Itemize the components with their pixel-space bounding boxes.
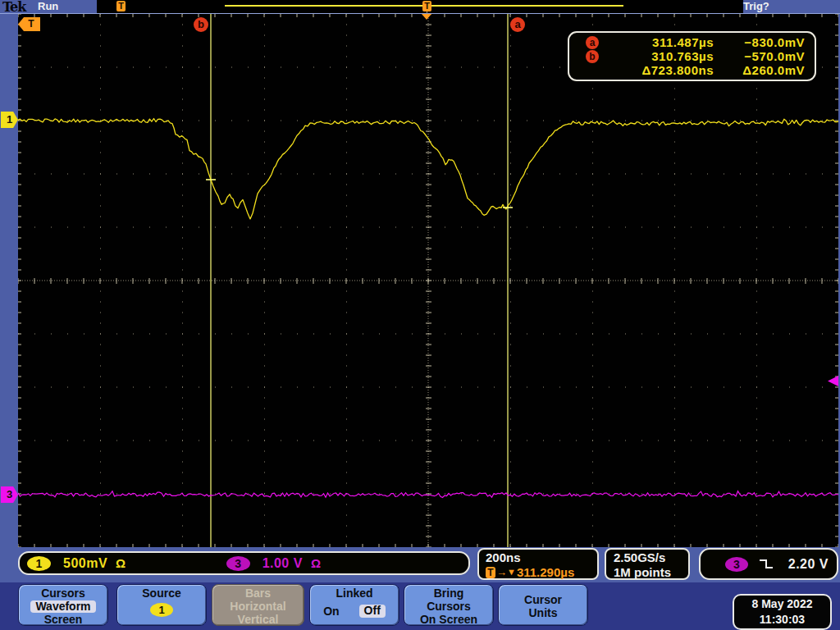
source-channel-badge: 1: [150, 603, 173, 617]
cursor-b-badge[interactable]: b: [194, 17, 208, 32]
record-view-strip: T T: [97, 0, 743, 13]
button-line: Units: [499, 606, 587, 619]
cursor-delta-volt: Δ260.0mV: [714, 63, 805, 77]
ch3-scale: 1.00 V: [262, 556, 303, 571]
trigger-level-value: 2.20 V: [788, 557, 829, 572]
cursor-units-button[interactable]: Cursor Units: [498, 584, 588, 626]
option-off[interactable]: Off: [359, 605, 386, 618]
date-value: 8 May 2022: [734, 596, 830, 612]
horizontal-position-row: T → ▼ 311.290µs: [486, 565, 591, 579]
display-frame: T b a 1 3 a 311.487µs −830.0mV b 310.763…: [0, 14, 840, 547]
trigger-source-badge: 3: [725, 557, 748, 572]
cursor-source-button[interactable]: Source 1: [116, 584, 207, 626]
record-trigger-t-icon: T: [116, 1, 126, 11]
ch1-coupling: Ω: [116, 556, 126, 570]
button-title: Bars: [212, 587, 304, 600]
button-title: Source: [117, 587, 206, 600]
ch3-marker[interactable]: 3: [1, 486, 18, 503]
bars-orientation-button: Bars Horizontal Vertical: [212, 584, 304, 626]
readout-spacer: [579, 63, 600, 77]
horizontal-position-value: 311.290µs: [517, 565, 574, 579]
option-on[interactable]: On: [323, 605, 339, 618]
trigger-position-marker-icon[interactable]: [422, 14, 431, 20]
timebase-value: 200ns: [486, 550, 591, 565]
t-chip-icon: T: [486, 567, 495, 578]
cursor-a-badge[interactable]: a: [510, 17, 525, 32]
option-vertical: Vertical: [212, 613, 304, 626]
down-triangle-icon: ▼: [507, 565, 516, 579]
arrow-icon: →: [496, 565, 507, 579]
linked-toggle-button[interactable]: Linked On Off: [309, 584, 399, 626]
option-horizontal: Horizontal: [212, 600, 304, 613]
button-title: Cursors: [19, 587, 107, 600]
ch3-badge[interactable]: 3: [226, 556, 250, 571]
acquisition-status: Run: [38, 0, 58, 12]
option-screen[interactable]: Screen: [19, 613, 107, 626]
sample-rate: 2.50GS/s: [614, 550, 681, 565]
button-line: Cursor: [499, 593, 587, 606]
readout-b-badge: b: [586, 50, 599, 63]
option-waveform[interactable]: Waveform: [30, 600, 95, 613]
tek-logo: Tek: [2, 0, 25, 15]
top-status-bar: Tek Run T T Trig?: [0, 0, 840, 14]
time-value: 11:30:03: [734, 612, 830, 628]
record-length: 1M points: [614, 565, 681, 580]
horizontal-readout-box: 200ns T → ▼ 311.290µs: [477, 548, 599, 580]
cursor-a-volt: −830.0mV: [714, 35, 805, 49]
bring-cursors-button[interactable]: Bring Cursors On Screen: [404, 584, 494, 626]
readout-bar: 1 500mV Ω 3 1.00 V Ω 200ns T → ▼ 311.290…: [0, 547, 840, 582]
ch1-badge[interactable]: 1: [27, 556, 51, 571]
trigger-status: Trig?: [743, 0, 769, 12]
cursor-readout-box: a 311.487µs −830.0mV b 310.763µs −570.0m…: [568, 31, 816, 81]
trigger-readout-box: 3 2.20 V: [699, 548, 838, 580]
datetime-box: 8 May 2022 11:30:03: [733, 594, 832, 630]
cursor-a-time: 311.487µs: [600, 35, 714, 49]
channel-scale-box: 1 500mV Ω 3 1.00 V Ω: [18, 551, 470, 575]
bottom-menu-bar: Cursors Waveform Screen Source 1 Bars Ho…: [0, 582, 840, 630]
readout-a-badge: a: [586, 36, 599, 49]
falling-edge-icon: [758, 558, 776, 571]
cursors-mode-button[interactable]: Cursors Waveform Screen: [18, 584, 108, 626]
waveform-display: [18, 14, 838, 547]
button-line: On Screen: [404, 613, 493, 626]
cursor-delta-time: Δ723.800ns: [600, 63, 714, 77]
ch1-marker[interactable]: 1: [1, 112, 18, 128]
button-title: Linked: [310, 587, 399, 600]
button-line: Bring: [404, 587, 493, 600]
ch1-scale: 500mV: [63, 556, 107, 571]
cursor-b-volt: −570.0mV: [714, 49, 805, 63]
acquisition-readout-box: 2.50GS/s 1M points: [605, 548, 690, 580]
ch3-coupling: Ω: [311, 556, 322, 570]
trigger-position-t-icon[interactable]: T: [422, 1, 431, 11]
button-line: Cursors: [404, 600, 493, 613]
cursor-b-time: 310.763µs: [600, 49, 714, 63]
